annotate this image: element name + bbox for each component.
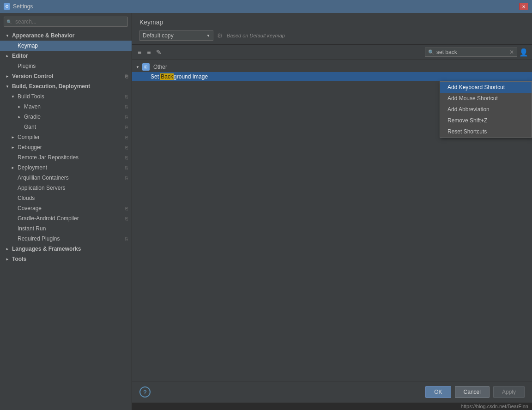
- search-right-area: 🔍 ✕ 👤: [425, 48, 528, 57]
- collapse-all-button[interactable]: ≡: [145, 48, 152, 57]
- apply-button[interactable]: Apply: [493, 386, 525, 398]
- tree-group-other[interactable]: ▼ ⊞ Other: [132, 62, 532, 72]
- label-after-ground: ground Image: [174, 73, 208, 80]
- tree-group-icon-other: ⊞: [142, 63, 150, 71]
- sidebar-label-version-control: Version Control: [12, 73, 123, 79]
- sidebar-item-gradle[interactable]: ► Gradle ⎘: [0, 112, 132, 122]
- sidebar-item-compiler[interactable]: ► Compiler ⎘: [0, 132, 132, 142]
- sidebar-item-coverage[interactable]: Coverage ⎘: [0, 203, 132, 213]
- sidebar-item-required-plugins[interactable]: Required Plugins ⎘: [0, 234, 132, 244]
- sidebar-item-application-servers[interactable]: Application Servers: [0, 183, 132, 193]
- sidebar-item-deployment[interactable]: ► Deployment ⎘: [0, 163, 132, 173]
- main-panel: Keymap Default copy ▼ ⚙ Based on Default…: [132, 13, 532, 410]
- context-menu-item-reset-shortcuts[interactable]: Reset Shortcuts: [440, 126, 532, 137]
- expand-arrow-vc: ►: [6, 74, 10, 78]
- search-wrapper: [4, 17, 128, 27]
- sidebar-item-remote-jar[interactable]: Remote Jar Repositories ⎘: [0, 152, 132, 163]
- expand-arrow-gradle: ►: [18, 115, 22, 119]
- keymap-search-input[interactable]: [436, 49, 508, 55]
- sidebar-item-tools[interactable]: ► Tools: [0, 254, 132, 264]
- sidebar-label-appearance-behavior: Appearance & Behavior: [12, 32, 128, 39]
- window-title: Settings: [13, 3, 33, 10]
- keymap-dropdown[interactable]: Default copy ▼: [139, 30, 213, 41]
- ok-button[interactable]: OK: [425, 386, 451, 398]
- sidebar-item-editor[interactable]: ► Editor: [0, 51, 132, 61]
- sidebar-item-appearance-behavior[interactable]: ▼ Appearance & Behavior: [0, 30, 132, 41]
- expand-all-button[interactable]: ≡: [136, 48, 143, 57]
- sidebar-item-build-execution[interactable]: ▼ Build, Execution, Deployment: [0, 81, 132, 91]
- context-menu-item-remove-shift-z[interactable]: Remove Shift+Z: [440, 115, 532, 126]
- keymap-toolbar: ≡ ≡ ✎ 🔍 ✕ 👤: [132, 45, 532, 60]
- sidebar-label-clouds: Clouds: [18, 195, 128, 201]
- sidebar-item-version-control[interactable]: ► Version Control ⎘: [0, 71, 132, 81]
- gradle-copy-icon: ⎘: [125, 115, 128, 120]
- sidebar-label-build-tools: Build Tools: [18, 93, 123, 100]
- sidebar-item-plugins[interactable]: Plugins: [0, 61, 132, 71]
- expand-arrow-languages: ►: [6, 247, 10, 251]
- sidebar-item-maven[interactable]: ► Maven ⎘: [0, 102, 132, 112]
- sidebar-item-debugger[interactable]: ► Debugger ⎘: [0, 142, 132, 152]
- app-icon: ⚙: [4, 3, 10, 10]
- keymap-tree: ▼ ⊞ Other Set Background Image Add Keybo…: [132, 60, 532, 381]
- expand-arrow-compiler: ►: [11, 135, 16, 139]
- close-button[interactable]: ✕: [519, 3, 528, 10]
- sidebar-item-keymap[interactable]: Keymap: [0, 41, 132, 51]
- expand-arrow-maven: ►: [18, 105, 22, 109]
- expand-arrow-build: ▼: [6, 84, 10, 89]
- sidebar-label-application-servers: Application Servers: [18, 185, 128, 191]
- tree-group-label-other: Other: [153, 64, 167, 70]
- page-title: Keymap: [139, 18, 525, 26]
- keymap-controls: Default copy ▼ ⚙ Based on Default keymap: [139, 30, 525, 41]
- sidebar-label-editor: Editor: [12, 53, 128, 59]
- search-clear-icon[interactable]: ✕: [509, 49, 514, 55]
- sidebar-item-build-tools[interactable]: ▼ Build Tools ⎘: [0, 91, 132, 102]
- sidebar-label-deployment: Deployment: [18, 164, 123, 171]
- context-menu-item-add-keyboard[interactable]: Add Keyboard Shortcut: [440, 82, 532, 93]
- sidebar-label-remote-jar: Remote Jar Repositories: [18, 154, 123, 161]
- sidebar-search-area: [0, 13, 132, 30]
- keymap-dropdown-value: Default copy: [143, 32, 205, 39]
- gant-copy-icon: ⎘: [125, 125, 128, 130]
- vc-copy-icon: ⎘: [125, 74, 128, 79]
- maven-copy-icon: ⎘: [125, 104, 128, 109]
- main-header: Keymap Default copy ▼ ⚙ Based on Default…: [132, 13, 532, 45]
- sidebar-label-gradle: Gradle: [24, 114, 123, 120]
- gradle-android-copy-icon: ⎘: [125, 216, 128, 221]
- sidebar-search-input[interactable]: [4, 17, 128, 27]
- context-menu: Add Keyboard Shortcut Add Mouse Shortcut…: [440, 81, 532, 138]
- edit-button[interactable]: ✎: [154, 48, 163, 57]
- sidebar-item-instant-run[interactable]: Instant Run: [0, 223, 132, 234]
- sidebar-label-coverage: Coverage: [18, 205, 123, 211]
- deployment-copy-icon: ⎘: [125, 165, 128, 170]
- titlebar-left: ⚙ Settings: [4, 3, 33, 10]
- sidebar-item-languages-frameworks[interactable]: ► Languages & Frameworks: [0, 244, 132, 254]
- context-menu-item-add-mouse[interactable]: Add Mouse Shortcut: [440, 93, 532, 104]
- context-menu-item-add-abbreviation[interactable]: Add Abbreviation: [440, 104, 532, 115]
- titlebar: ⚙ Settings ✕: [0, 0, 532, 13]
- sidebar-label-languages-frameworks: Languages & Frameworks: [12, 246, 128, 252]
- build-tools-copy-icon: ⎘: [125, 94, 128, 99]
- keymap-gear-icon[interactable]: ⚙: [217, 32, 223, 39]
- tree-item-label-set-background: Set Background Image: [151, 73, 528, 80]
- sidebar-label-debugger: Debugger: [18, 144, 123, 151]
- tree-item-set-background-image[interactable]: Set Background Image Add Keyboard Shortc…: [132, 72, 532, 81]
- sidebar-label-keymap: Keymap: [18, 42, 128, 49]
- cancel-button[interactable]: Cancel: [455, 386, 490, 398]
- sidebar-label-required-plugins: Required Plugins: [18, 235, 123, 242]
- sidebar-item-gradle-android[interactable]: Gradle-Android Compiler ⎘: [0, 213, 132, 223]
- expand-arrow-appearance: ▼: [6, 34, 10, 38]
- search-icon: 🔍: [428, 49, 435, 55]
- sidebar-item-arquillian[interactable]: Arquillian Containers ⎘: [0, 173, 132, 183]
- sidebar-label-gradle-android: Gradle-Android Compiler: [18, 215, 123, 222]
- sidebar-item-clouds[interactable]: Clouds: [0, 193, 132, 203]
- help-button[interactable]: ?: [139, 386, 151, 398]
- main-content: ▼ Appearance & Behavior Keymap ► Editor …: [0, 13, 532, 410]
- expand-arrow-debugger: ►: [11, 145, 16, 150]
- expand-arrow-deployment: ►: [11, 166, 16, 170]
- sidebar-item-gant[interactable]: Gant ⎘: [0, 122, 132, 132]
- dropdown-arrow-icon: ▼: [206, 34, 210, 38]
- footer: ? OK Cancel Apply: [132, 381, 532, 403]
- expand-arrow-tools: ►: [6, 257, 10, 261]
- debugger-copy-icon: ⎘: [125, 145, 128, 150]
- tree-group-arrow: ▼: [136, 65, 139, 69]
